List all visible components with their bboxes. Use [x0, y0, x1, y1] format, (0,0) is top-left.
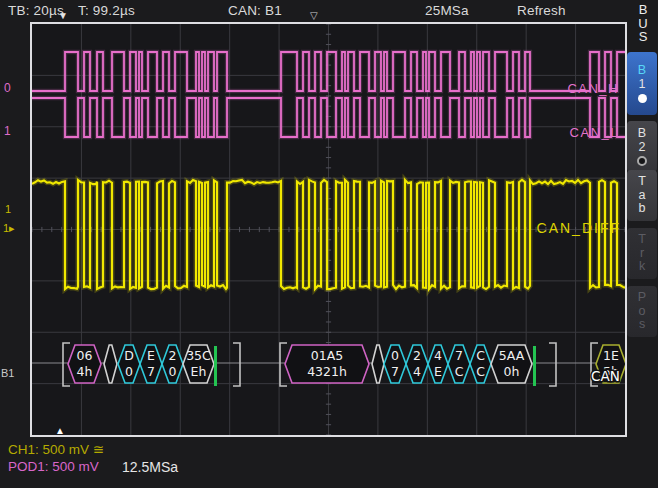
- can-diff-label: CAN_DIFF: [537, 220, 621, 236]
- decode-text: C: [476, 364, 485, 379]
- decode-text: 06: [77, 348, 93, 363]
- trigger-position-marker-icon[interactable]: ▽: [310, 11, 318, 21]
- decode-text: 0: [169, 364, 177, 379]
- ch1-level-marker[interactable]: 1: [5, 203, 11, 215]
- bus-b1-button[interactable]: B1: [627, 52, 657, 115]
- can-l-trace-glow: [32, 98, 625, 137]
- reference-position-marker-icon[interactable]: ▼: [58, 11, 68, 21]
- tab-button[interactable]: Tab: [627, 170, 657, 221]
- sample-rate-top: 25MSa: [425, 3, 469, 18]
- frame-close-bracket: [233, 343, 240, 386]
- bus-status[interactable]: CAN: B1: [228, 3, 282, 18]
- pod1-badge[interactable]: POD1: 500 mV: [8, 459, 99, 474]
- inactive-indicator-icon: [637, 156, 647, 166]
- waveform-display: 064hD0E72035CEh01A54321h07244E7CCC5AA0h1…: [30, 22, 627, 437]
- sidebar-title-letter: U: [636, 17, 650, 31]
- sidebar-title-letter: S: [636, 30, 650, 44]
- active-indicator-icon: [638, 94, 647, 103]
- oscilloscope-screen: TB: 20µs T: 99.2µs CAN: B1 25MSa Refresh…: [0, 0, 658, 488]
- sample-rate-bottom: 12.5MSa: [122, 459, 178, 475]
- can-l-label: CAN_L: [570, 125, 619, 140]
- decode-text: 7: [455, 348, 463, 363]
- trk-button: Trk: [627, 228, 657, 279]
- decode-text: 2: [169, 348, 177, 363]
- decode-text: 35C: [186, 348, 211, 363]
- sidebar-title-bus: BUS: [636, 3, 650, 44]
- button-letter: B: [638, 127, 646, 141]
- decode-text: C: [455, 364, 464, 379]
- decode-field-plain: [372, 345, 384, 383]
- decode-text: E: [147, 348, 155, 363]
- button-letter: T: [638, 175, 646, 189]
- can-h-label: CAN_H: [567, 81, 619, 96]
- decode-text: 1E: [603, 348, 619, 363]
- button-letter: r: [640, 247, 644, 261]
- button-letter: s: [639, 318, 645, 332]
- can-h-trace-glow: [32, 52, 625, 91]
- frame-close-bracket: [549, 343, 556, 386]
- decode-text: 2: [413, 348, 421, 363]
- bus-type-overlay: CAN: [591, 368, 620, 384]
- decode-text: 01A5: [311, 348, 343, 363]
- decode-text: 4h: [77, 364, 93, 379]
- timebase-setting[interactable]: TB: 20µs: [8, 3, 64, 18]
- decode-text: 0h: [504, 364, 520, 379]
- decode-text: D: [124, 348, 134, 363]
- decode-text: 4: [434, 348, 442, 363]
- digital-channel-1-label[interactable]: 1: [4, 125, 11, 137]
- button-letter: 1: [639, 78, 646, 92]
- decode-text: 7: [147, 364, 155, 379]
- reference-marker-bottom-icon[interactable]: ▲: [55, 426, 65, 436]
- decode-text: 7: [391, 364, 399, 379]
- decode-text: Eh: [191, 364, 207, 379]
- frame-end-bar: [214, 346, 217, 386]
- decode-text: 0: [391, 348, 399, 363]
- bus-row-label[interactable]: B1: [1, 367, 14, 379]
- button-letter: B: [638, 64, 646, 78]
- button-letter: b: [639, 202, 646, 216]
- button-letter: k: [639, 260, 645, 274]
- button-letter: a: [639, 189, 646, 203]
- decode-text: 4: [413, 364, 421, 379]
- digital-channel-0-label[interactable]: 0: [4, 82, 11, 94]
- bus-b2-button[interactable]: B2: [627, 121, 657, 172]
- refresh-button[interactable]: Refresh: [517, 3, 566, 18]
- button-letter: P: [638, 291, 646, 305]
- trigger-time[interactable]: T: 99.2µs: [78, 3, 135, 18]
- decode-text: C: [476, 348, 485, 363]
- button-letter: 2: [639, 141, 646, 155]
- decode-field-plain: [104, 345, 117, 383]
- decode-text: E: [434, 364, 442, 379]
- decode-text: 4321h: [307, 364, 347, 379]
- button-letter: o: [639, 305, 646, 319]
- softkey-sidebar: BUS B1B2TabTrkPos: [627, 0, 657, 488]
- frame-end-bar: [533, 346, 536, 386]
- sidebar-title-letter: B: [636, 3, 650, 17]
- decode-text: 0: [125, 364, 133, 379]
- pos-button: Pos: [627, 286, 657, 337]
- decode-text: 5AA: [499, 348, 525, 363]
- ch1-ground-marker[interactable]: 1▸: [3, 222, 15, 234]
- ch1-badge[interactable]: CH1: 500 mV ≅: [8, 441, 104, 457]
- button-letter: T: [638, 233, 646, 247]
